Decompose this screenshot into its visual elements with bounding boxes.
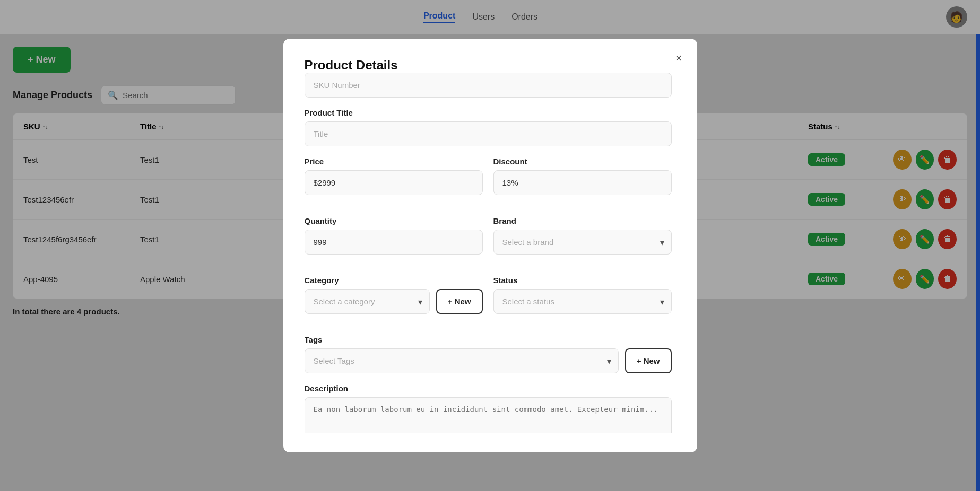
brand-select[interactable]: Select a brand bbox=[493, 230, 672, 255]
discount-group: Discount bbox=[493, 157, 672, 195]
brand-label: Brand bbox=[493, 216, 672, 225]
discount-label: Discount bbox=[493, 157, 672, 166]
quantity-label: Quantity bbox=[305, 216, 483, 225]
tags-label: Tags bbox=[305, 335, 672, 344]
quantity-group: Quantity bbox=[305, 216, 483, 255]
tags-select[interactable]: Select Tags bbox=[305, 348, 619, 373]
price-input[interactable] bbox=[305, 170, 483, 195]
category-group: Category Select a category ▾ + New bbox=[305, 276, 483, 314]
tags-row: Select Tags ▾ + New bbox=[305, 348, 672, 373]
price-group: Price bbox=[305, 157, 483, 195]
modal-body: Product Title Price Discount Quantity bbox=[305, 73, 676, 433]
description-textarea[interactable] bbox=[305, 397, 672, 433]
category-row-with-btn: Select a category ▾ + New bbox=[305, 289, 483, 314]
category-status-row: Category Select a category ▾ + New Statu… bbox=[305, 276, 672, 325]
tags-new-button[interactable]: + New bbox=[625, 348, 672, 373]
modal-close-button[interactable]: × bbox=[675, 51, 682, 65]
product-details-modal: Product Details × Product Title Price Di… bbox=[283, 39, 697, 452]
tags-group: Tags Select Tags ▾ + New bbox=[305, 335, 672, 373]
category-select-group: Select a category ▾ bbox=[305, 289, 430, 314]
price-label: Price bbox=[305, 157, 483, 166]
modal-overlay[interactable]: Product Details × Product Title Price Di… bbox=[0, 0, 980, 491]
tags-select-wrapper: Select Tags ▾ bbox=[305, 348, 619, 373]
brand-group: Brand Select a brand ▾ bbox=[493, 216, 672, 255]
discount-input[interactable] bbox=[493, 170, 672, 195]
quantity-input[interactable] bbox=[305, 230, 483, 255]
brand-select-wrapper: Select a brand ▾ bbox=[493, 230, 672, 255]
product-title-input[interactable] bbox=[305, 121, 672, 146]
category-label: Category bbox=[305, 276, 483, 285]
quantity-brand-row: Quantity Brand Select a brand ▾ bbox=[305, 216, 672, 265]
product-title-label: Product Title bbox=[305, 108, 672, 117]
product-title-group: Product Title bbox=[305, 108, 672, 146]
status-select[interactable]: Select a status Active bbox=[493, 289, 672, 314]
description-label: Description bbox=[305, 384, 672, 393]
price-discount-row: Price Discount bbox=[305, 157, 672, 206]
description-group: Description bbox=[305, 384, 672, 433]
status-group: Status Select a status Active ▾ bbox=[493, 276, 672, 314]
status-label: Status bbox=[493, 276, 672, 285]
sku-input[interactable] bbox=[305, 73, 672, 98]
category-select[interactable]: Select a category bbox=[305, 289, 430, 314]
category-new-button[interactable]: + New bbox=[436, 289, 483, 314]
sku-group bbox=[305, 73, 672, 98]
status-select-wrapper: Select a status Active ▾ bbox=[493, 289, 672, 314]
modal-title: Product Details bbox=[305, 58, 398, 72]
